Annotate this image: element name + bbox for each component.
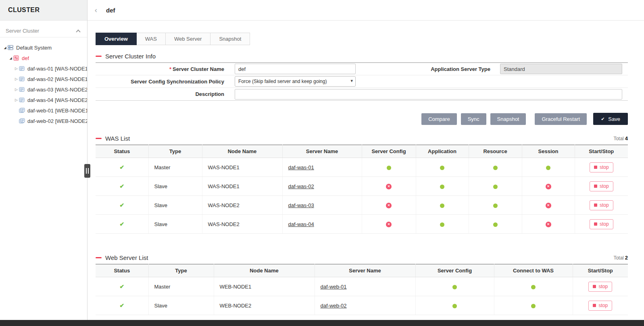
- cell-text: WAS-NODE2: [208, 221, 240, 227]
- was-server-icon: [19, 76, 26, 82]
- stop-button[interactable]: stop: [590, 162, 613, 172]
- cell-server-config: ✕: [362, 177, 416, 196]
- tab-snapshot[interactable]: Snapshot: [210, 33, 250, 45]
- action-button-bar: Compare Sync Snapshot Graceful Restart ✔…: [96, 113, 628, 125]
- column-header-type: Type: [148, 145, 202, 158]
- cell-text: Slave: [154, 221, 168, 227]
- server-name-link[interactable]: daf-was-02: [288, 183, 314, 189]
- sync-button[interactable]: Sync: [461, 113, 486, 125]
- sidebar-title: CLUSTER: [0, 0, 87, 21]
- status-ok-dot-icon: [440, 203, 444, 208]
- tree-item-def[interactable]: ◢def: [0, 53, 87, 63]
- stop-button[interactable]: stop: [588, 282, 612, 292]
- cell-server-name: daf-was-03: [282, 196, 362, 215]
- tree-item-daf-was-01[interactable]: ▷daf-was-01 [WAS-NODE1]: [0, 63, 87, 74]
- status-error-icon: ✕: [546, 222, 551, 227]
- collapsed-arrow-icon[interactable]: ▷: [14, 66, 19, 71]
- tree-item-label: daf-was-04 [WAS-NODE2]: [27, 97, 87, 103]
- tree-item-default[interactable]: ◢Default System: [0, 42, 87, 53]
- cell-resource: [469, 158, 522, 177]
- cell-session: [522, 158, 575, 177]
- status-ok-check-icon: ✔: [119, 221, 124, 227]
- web-total-label: Total: [613, 255, 623, 261]
- collapse-sidebar-arrow-icon[interactable]: ‹: [92, 6, 100, 15]
- web-server-list-section-title: Web Server List: [105, 254, 148, 261]
- expanded-arrow-icon[interactable]: ◢: [2, 46, 8, 50]
- tree-item-daf-was-03[interactable]: ▷daf-was-03 [WAS-NODE2]: [0, 84, 87, 95]
- stop-button-label: stop: [598, 284, 608, 289]
- tab-bar: OverviewWASWeb ServerSnapshot: [96, 33, 628, 45]
- status-ok-dot-icon: [546, 166, 550, 170]
- status-error-icon: ✕: [546, 203, 551, 208]
- tab-was[interactable]: WAS: [136, 33, 166, 45]
- server-name-link[interactable]: daf-was-03: [288, 202, 314, 208]
- web-total-count: 2: [625, 255, 628, 261]
- server-cluster-name-label: *Server Cluster Name: [96, 66, 235, 72]
- collapsed-arrow-icon[interactable]: ▷: [14, 87, 19, 91]
- description-input[interactable]: [235, 89, 622, 100]
- table-row: ✔SlaveWAS-NODE1daf-was-02✕✕stop: [96, 177, 628, 196]
- collapsed-arrow-icon[interactable]: ▷: [14, 77, 19, 81]
- was-server-icon: [19, 87, 26, 92]
- stop-button-label: stop: [598, 303, 608, 308]
- cell-type: Slave: [148, 196, 202, 215]
- compare-button[interactable]: Compare: [421, 113, 456, 125]
- cell-application: [416, 215, 469, 234]
- sidebar-splitter-handle[interactable]: [84, 164, 90, 178]
- was-list-section-title: WAS List: [105, 135, 130, 142]
- status-ok-dot-icon: [493, 185, 498, 189]
- status-ok-dot-icon: [387, 166, 391, 170]
- web-server-icon: [19, 118, 26, 124]
- server-cluster-name-input[interactable]: [235, 64, 356, 74]
- cell-node-name: WEB-NODE2: [214, 296, 315, 315]
- tab-web-server[interactable]: Web Server: [165, 33, 210, 45]
- cell-connect-to-was: [494, 296, 573, 315]
- stop-button[interactable]: stop: [590, 219, 613, 229]
- was-total-count: 4: [625, 135, 628, 141]
- collapsed-arrow-icon[interactable]: ▷: [14, 98, 19, 102]
- column-header-node-name: Node Name: [214, 264, 315, 277]
- server-name-link[interactable]: daf-web-01: [321, 284, 347, 290]
- tree-item-daf-web-02[interactable]: daf-web-02 [WEB-NODE2]: [0, 116, 87, 126]
- cell-status: ✔: [96, 215, 148, 234]
- sync-policy-select[interactable]: Force (Skip failed server and keep going…: [235, 76, 356, 87]
- server-name-link[interactable]: daf-web-02: [321, 303, 347, 309]
- status-ok-check-icon: ✔: [119, 202, 124, 208]
- cell-text: Master: [154, 164, 171, 170]
- status-ok-dot-icon: [493, 203, 498, 208]
- tree-item-label: def: [22, 55, 29, 61]
- graceful-restart-button[interactable]: Graceful Restart: [535, 113, 587, 125]
- cell-application: [416, 158, 469, 177]
- tree-item-daf-was-04[interactable]: ▷daf-was-04 [WAS-NODE2]: [0, 95, 87, 105]
- column-header-server-config: Server Config: [362, 145, 416, 158]
- server-name-link[interactable]: daf-was-04: [288, 221, 314, 227]
- cell-node-name: WAS-NODE2: [202, 196, 282, 215]
- cell-type: Slave: [148, 215, 202, 234]
- cell-server-config: [415, 296, 494, 315]
- stop-square-icon: [594, 222, 597, 226]
- snapshot-button[interactable]: Snapshot: [490, 113, 526, 125]
- content-area: OverviewWASWeb ServerSnapshot Server Clu…: [88, 21, 644, 315]
- was-list-section-head: WAS List Total4: [96, 135, 628, 142]
- cell-start-stop: stop: [573, 277, 628, 296]
- description-label: Description: [96, 91, 235, 97]
- bottom-bar: [0, 320, 644, 326]
- tab-overview[interactable]: Overview: [96, 33, 137, 45]
- cell-session: ✕: [522, 196, 575, 215]
- save-button[interactable]: ✔ Save: [593, 113, 628, 125]
- cell-server-config: ✕: [362, 196, 416, 215]
- cell-text: WAS-NODE1: [208, 164, 240, 170]
- stop-button[interactable]: stop: [590, 200, 613, 210]
- server-name-link[interactable]: daf-was-01: [288, 164, 314, 170]
- web-server-list-total: Total2: [613, 255, 628, 261]
- check-icon: ✔: [601, 116, 604, 122]
- stop-button[interactable]: stop: [590, 181, 613, 191]
- form-row-name: *Server Cluster Name Application Server …: [96, 63, 628, 75]
- cell-application: [416, 196, 469, 215]
- chevron-up-icon[interactable]: [76, 29, 80, 34]
- server-cluster-section-toggle[interactable]: Server Cluster: [0, 25, 87, 37]
- stop-button[interactable]: stop: [588, 301, 612, 311]
- tree-item-daf-was-02[interactable]: ▷daf-was-02 [WAS-NODE1]: [0, 74, 87, 84]
- expanded-arrow-icon[interactable]: ◢: [8, 56, 13, 60]
- tree-item-daf-web-01[interactable]: daf-web-01 [WEB-NODE1]: [0, 105, 87, 116]
